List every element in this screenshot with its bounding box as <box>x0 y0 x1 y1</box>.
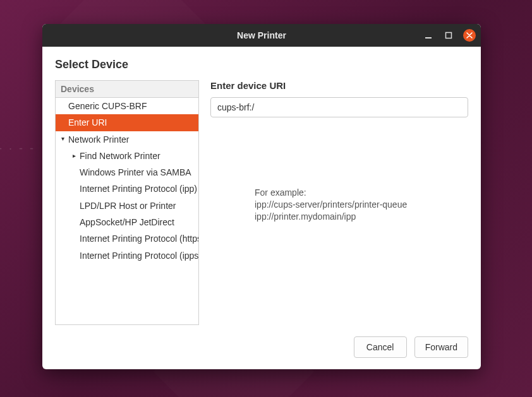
devices-header: Devices <box>55 80 199 97</box>
device-item[interactable]: Windows Printer via SAMBA <box>56 164 198 181</box>
titlebar: New Printer <box>42 24 481 47</box>
device-item-label: Internet Printing Protocol (ipp) <box>80 182 197 195</box>
device-item[interactable]: Internet Printing Protocol (https) <box>56 230 198 247</box>
device-item-label: Internet Printing Protocol (ipps) <box>80 249 198 262</box>
button-bar: Cancel Forward <box>354 336 468 358</box>
uri-panel: Enter device URI For example: ipp://cups… <box>210 80 468 325</box>
forward-button[interactable]: Forward <box>414 336 468 358</box>
page-title: Select Device <box>55 58 468 71</box>
devices-list[interactable]: Generic CUPS-BRFEnter URI▾Network Printe… <box>55 97 199 325</box>
maximize-button[interactable] <box>443 30 454 41</box>
devices-panel: Devices Generic CUPS-BRFEnter URI▾Networ… <box>55 80 199 325</box>
example-intro: For example: <box>255 187 468 199</box>
minimize-button[interactable] <box>423 30 434 41</box>
close-button[interactable] <box>463 29 476 42</box>
uri-input[interactable] <box>210 97 468 117</box>
device-item-label: LPD/LPR Host or Printer <box>80 199 176 212</box>
cancel-button[interactable]: Cancel <box>354 336 407 358</box>
device-item[interactable]: ▸Find Network Printer <box>56 148 198 164</box>
maximize-icon <box>445 32 452 39</box>
device-item[interactable]: LPD/LPR Host or Printer <box>56 198 198 214</box>
device-item-label: AppSocket/HP JetDirect <box>80 216 174 228</box>
device-item[interactable]: Internet Printing Protocol (ipp) <box>56 181 198 197</box>
device-item-label: Generic CUPS-BRF <box>68 100 147 112</box>
device-item[interactable]: Generic CUPS-BRF <box>56 98 198 114</box>
close-icon <box>466 32 473 39</box>
device-item-label: Windows Printer via SAMBA <box>80 166 191 179</box>
window-controls <box>423 24 476 47</box>
example-line-1: ipp://cups-server/printers/printer-queue <box>255 199 468 211</box>
chevron-right-icon[interactable]: ▸ <box>71 151 77 161</box>
window-title: New Printer <box>237 30 286 40</box>
device-item[interactable]: AppSocket/HP JetDirect <box>56 214 198 230</box>
chevron-down-icon[interactable]: ▾ <box>59 134 66 144</box>
uri-example-block: For example: ipp://cups-server/printers/… <box>255 187 468 223</box>
device-item[interactable]: Enter URI <box>56 114 198 131</box>
device-item[interactable]: ▾Network Printer <box>56 131 198 148</box>
svg-rect-1 <box>446 33 452 39</box>
uri-label: Enter device URI <box>210 80 468 91</box>
svg-rect-0 <box>425 37 432 39</box>
dialog-content: Select Device Devices Generic CUPS-BRFEn… <box>42 47 481 369</box>
device-item-label: Find Network Printer <box>80 150 160 162</box>
example-line-2: ipp://printer.mydomain/ipp <box>255 211 468 223</box>
new-printer-dialog: New Printer Select Device Devices Generi… <box>42 24 481 369</box>
bg-decoration: - - · - - <box>0 142 35 155</box>
device-item-label: Internet Printing Protocol (https) <box>80 232 198 245</box>
minimize-icon <box>425 32 432 39</box>
device-item-label: Enter URI <box>68 116 107 129</box>
device-item-label: Network Printer <box>68 133 129 146</box>
device-item[interactable]: Internet Printing Protocol (ipps) <box>56 247 198 264</box>
columns: Devices Generic CUPS-BRFEnter URI▾Networ… <box>55 80 468 325</box>
